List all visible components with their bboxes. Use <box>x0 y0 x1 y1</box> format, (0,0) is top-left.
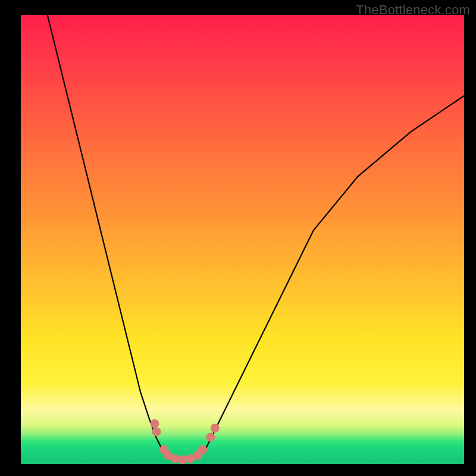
series-left-branch <box>48 15 167 455</box>
chart-svg <box>21 15 464 464</box>
attribution-label: TheBottleneck.com <box>356 2 470 18</box>
marker-right-upper-b <box>211 424 220 433</box>
marker-right-upper-a <box>206 433 215 441</box>
plot-area <box>21 15 464 464</box>
marker-left-upper-pair-b <box>152 427 161 436</box>
marker-floor-b <box>178 455 187 464</box>
series-right-branch <box>198 96 464 455</box>
marker-left-upper-pair-a <box>150 419 159 428</box>
marker-right-lower-b <box>198 445 207 454</box>
chart-stage: TheBottleneck.com <box>0 0 476 476</box>
marker-floor-c <box>186 454 195 463</box>
marker-floor-a <box>171 454 180 463</box>
